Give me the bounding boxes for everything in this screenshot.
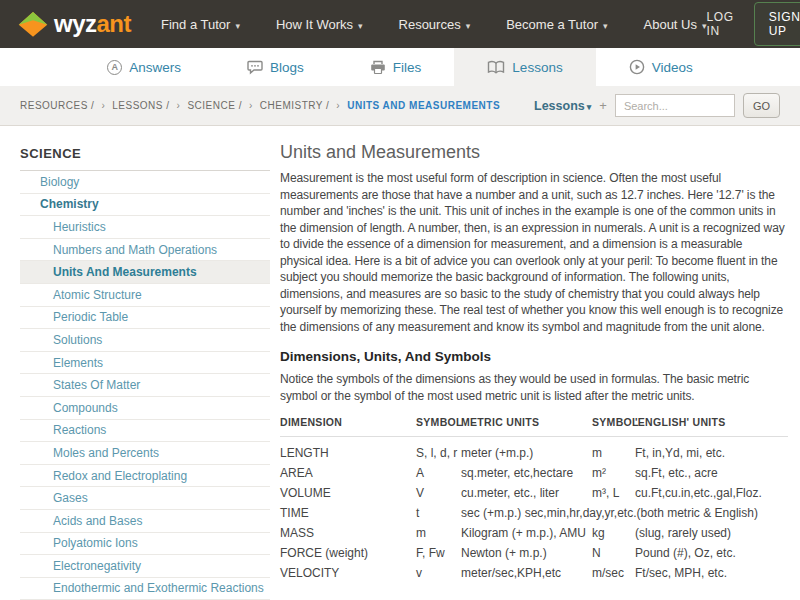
breadcrumb-link[interactable]: SCIENCE / [187,100,242,111]
auth-area: LOG IN SIGN UP [707,2,800,46]
table-cell: (slug, rarely used) [635,523,788,543]
sidebar-item[interactable]: Electronegativity [20,555,270,578]
sidebar-heading: SCIENCE [20,146,270,171]
files-icon [370,60,386,75]
sidebar-item[interactable]: Endothermic and Exothermic Reactions [20,578,270,600]
table-cell: AREA [280,463,416,483]
tab-files[interactable]: Files [337,48,455,86]
top-nav-item[interactable]: Resources▾ [399,17,471,32]
breadcrumb-link[interactable]: RESOURCES / [20,100,94,111]
table-cell: Ft/sec, MPH, etc. [635,563,788,583]
signup-button[interactable]: SIGN UP [754,2,800,46]
open-book-icon [487,60,505,75]
section-tabs: A Answers Blogs Files Lessons Videos [0,48,800,86]
sidebar-item-label: Endothermic and Exothermic Reactions [53,581,264,595]
breadcrumb-link[interactable]: CHEMISTRY / [260,100,330,111]
sidebar-item[interactable]: Reactions [20,420,270,443]
table-cell: m/sec [592,563,635,583]
table-column-header: 'ENGLISH' UNITS [635,416,788,437]
top-nav-item[interactable]: Become a Tutor▾ [506,17,607,32]
table-cell: VOLUME [280,483,416,503]
sidebar-item-label: Elements [53,356,103,370]
tab-videos[interactable]: Videos [596,48,726,86]
sidebar: SCIENCE Biology Chemistry Heuristics Num… [20,146,270,600]
sidebar-item[interactable]: Units And Measurements [20,261,270,284]
sidebar-item-label: Atomic Structure [53,288,142,302]
sidebar-item[interactable]: Redox and Electroplating [20,465,270,488]
sidebar-item[interactable]: Gases [20,487,270,510]
sidebar-item[interactable]: States Of Matter [20,374,270,397]
sidebar-item[interactable]: Atomic Structure [20,284,270,307]
top-nav-label: Resources [399,17,461,32]
table-column-header: METRIC UNITS [461,416,592,437]
chevron-down-icon: ▾ [466,21,471,31]
add-scope-button[interactable]: + [599,98,607,113]
table-cell: MASS [280,523,416,543]
chevron-down-icon: ▾ [358,21,363,31]
main-article: Units and Measurements Measurement is th… [280,142,788,583]
wyzant-logo[interactable]: wyzant [18,10,131,38]
sidebar-item[interactable]: Elements [20,352,270,375]
table-cell: FORCE (weight) [280,543,416,563]
breadcrumb-separator: › [249,100,253,111]
top-nav-item[interactable]: About Us▾ [644,17,707,32]
sidebar-item[interactable]: Periodic Table [20,307,270,330]
sidebar-item[interactable]: Solutions [20,329,270,352]
sidebar-item-label: Redox and Electroplating [53,469,187,483]
breadcrumb-link[interactable]: LESSONS / [112,100,169,111]
table-cell: t [416,503,461,523]
login-button[interactable]: LOG IN [707,10,734,38]
tab-blogs[interactable]: Blogs [214,48,337,86]
table-cell: TIME [280,503,416,523]
sidebar-item-label: Numbers and Math Operations [53,243,217,257]
table-header-row: DIMENSIONSYMBOLMETRIC UNITSSYMBOL'ENGLIS… [280,416,788,437]
sidebar-item-label: States Of Matter [53,378,140,392]
sidebar-item-label: Solutions [53,333,102,347]
answers-icon: A [107,60,122,75]
tab-lessons[interactable]: Lessons [454,48,595,86]
sidebar-item[interactable]: Heuristics [20,216,270,239]
search-scope-dropdown[interactable]: Lessons▾ [534,99,591,113]
top-nav: Find a Tutor▾ How It Works▾ Resources▾ B… [161,17,707,32]
table-cell: Ft, in,Yd, mi, etc. [635,437,788,464]
sidebar-item[interactable]: Acids and Bases [20,510,270,533]
wyzant-gem-icon [18,10,48,38]
table-cell: cu.meter, etc., liter [461,483,592,503]
sidebar-item-label: Moles and Percents [53,446,159,460]
table-column-header: DIMENSION [280,416,416,437]
dimensions-table: DIMENSIONSYMBOLMETRIC UNITSSYMBOL'ENGLIS… [280,416,788,583]
search-input[interactable] [615,94,735,117]
tab-answers[interactable]: A Answers [74,48,214,86]
section-paragraph: Notice the symbols of the dimensions as … [280,371,788,404]
breadcrumb: RESOURCES /›LESSONS /›SCIENCE /›CHEMISTR… [20,100,500,111]
go-button[interactable]: GO [743,93,780,118]
top-nav-label: How It Works [276,17,353,32]
table-cell: m [416,523,461,543]
sidebar-item[interactable]: Numbers and Math Operations [20,239,270,262]
sidebar-item[interactable]: Chemistry [20,194,270,217]
intro-paragraph: Measurement is the most useful form of d… [280,170,788,335]
table-cell: LENGTH [280,437,416,464]
sidebar-item-label: Gases [53,491,88,505]
sidebar-item-label: Reactions [53,423,106,437]
sidebar-item-label: Biology [40,175,79,189]
table-cell: N [592,543,635,563]
play-circle-icon [629,59,645,75]
breadcrumb-separator: › [336,100,340,111]
table-cell: meter/sec,KPH,etc [461,563,592,583]
sidebar-item[interactable]: Polyatomic Ions [20,533,270,556]
top-bar: wyzant Find a Tutor▾ How It Works▾ Resou… [0,0,800,48]
top-nav-item[interactable]: Find a Tutor▾ [161,17,240,32]
table-cell: Newton (+ m.p.) [461,543,592,563]
sidebar-item[interactable]: Moles and Percents [20,442,270,465]
table-row: VOLUMEVcu.meter, etc., literm³, Lcu.Ft,c… [280,483,788,503]
table-cell: sq.meter, etc,hectare [461,463,592,483]
table-row: AREAAsq.meter, etc,hectarem²sq.Ft, etc.,… [280,463,788,483]
table-cell: v [416,563,461,583]
top-nav-item[interactable]: How It Works▾ [276,17,363,32]
breadcrumb-current: UNITS AND MEASUREMENTS [347,100,500,111]
sidebar-item[interactable]: Compounds [20,397,270,420]
sidebar-item[interactable]: Biology [20,171,270,194]
table-cell: m [592,437,635,464]
table-row: FORCE (weight)F, FwNewton (+ m.p.)NPound… [280,543,788,563]
